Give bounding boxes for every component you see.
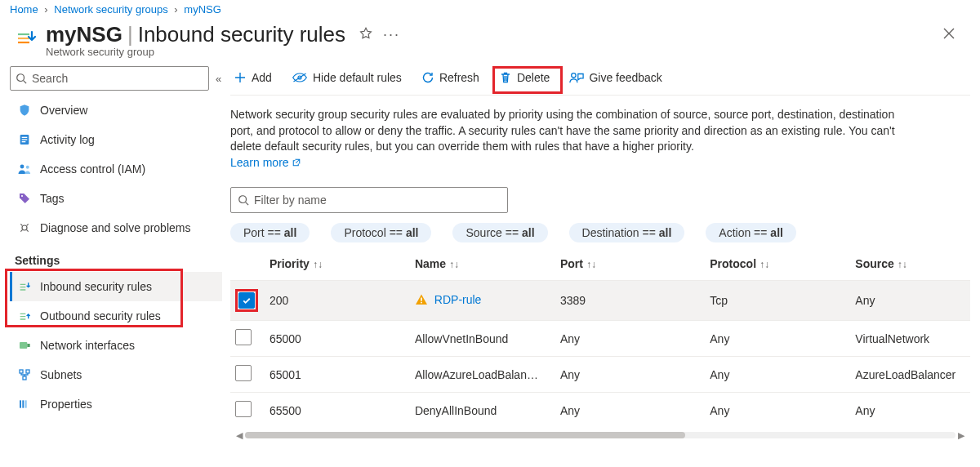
sidebar-item-diagnose[interactable]: Diagnose and solve problems [10,213,222,242]
cell-source: VirtualNetwork [850,321,970,357]
sidebar-item-tags[interactable]: Tags [10,184,222,213]
toolbar: Add Hide default rules Refresh Delete Gi… [230,60,970,96]
sidebar-item-network-interfaces[interactable]: Network interfaces [10,331,222,360]
sidebar-item-overview[interactable]: Overview [10,96,222,125]
cell-priority: 65001 [265,357,410,393]
svg-rect-20 [421,297,422,300]
svg-point-0 [17,74,24,82]
horizontal-scrollbar[interactable]: ◀ ▶ [230,429,970,441]
sidebar-item-subnets[interactable]: Subnets [10,360,222,389]
row-checkbox[interactable] [235,365,252,381]
close-icon[interactable] [942,27,956,43]
iam-icon [17,162,32,176]
filter-pill-port[interactable]: Port == all [230,223,310,242]
breadcrumb-home[interactable]: Home [10,3,38,16]
cell-protocol: Any [705,357,850,393]
svg-point-8 [22,225,27,230]
svg-point-19 [239,196,247,203]
table-row[interactable]: 200 RDP-rule 3389 Tcp Any [230,281,970,321]
resource-type: Network security group [0,46,980,60]
svg-rect-4 [22,141,26,142]
breadcrumb-nsg-list[interactable]: Network security groups [54,3,167,16]
sidebar-item-access-control[interactable]: Access control (IAM) [10,154,222,184]
delete-button[interactable]: Delete [499,71,550,84]
favorite-star-icon[interactable] [359,26,373,43]
diagnose-icon [17,221,32,234]
table-row[interactable]: 65000 AllowVnetInBound Any Any VirtualNe… [230,321,970,357]
filter-pill-source[interactable]: Source == all [452,223,547,242]
col-priority[interactable]: Priority↑↓ [265,249,410,281]
col-port[interactable]: Port↑↓ [555,249,705,281]
filter-pill-protocol[interactable]: Protocol == all [331,223,431,242]
subnets-icon [17,368,32,381]
cell-priority: 65500 [265,393,410,429]
filter-by-name-input[interactable]: Filter by name [230,187,508,213]
sidebar-item-inbound-rules[interactable]: Inbound security rules [10,272,222,301]
chevron-right-icon: › [171,3,180,16]
svg-rect-12 [26,370,29,373]
filter-pills: Port == all Protocol == all Source == al… [230,223,970,249]
scroll-left-icon[interactable]: ◀ [234,430,245,441]
row-checkbox[interactable] [235,401,252,417]
col-protocol[interactable]: Protocol↑↓ [705,249,850,281]
sidebar-section-settings: Settings [10,242,222,272]
inbound-icon [17,280,32,293]
cell-name[interactable]: DenyAllInBound [410,393,555,429]
cell-port: Any [555,321,705,357]
resource-name: myNSG [46,22,122,47]
cell-port: Any [555,393,705,429]
svg-point-6 [26,166,29,169]
cell-protocol: Any [705,321,850,357]
sidebar-search-input[interactable]: Search [10,66,209,91]
properties-icon [17,398,32,411]
svg-rect-3 [22,139,28,140]
svg-point-18 [572,73,576,77]
rules-table: Priority↑↓ Name↑↓ Port↑↓ Protocol↑↓ Sour… [230,249,970,428]
refresh-button[interactable]: Refresh [421,71,479,84]
table-row[interactable]: 65001 AllowAzureLoadBalan… Any Any Azure… [230,357,970,393]
learn-more-link[interactable]: Learn more [230,156,301,169]
cell-source: Any [850,281,970,321]
svg-rect-10 [27,344,29,347]
more-menu-icon[interactable]: ··· [383,26,400,43]
sidebar-item-activity-log[interactable]: Activity log [10,125,222,154]
cell-priority: 200 [265,281,410,321]
svg-point-5 [20,165,24,169]
col-name[interactable]: Name↑↓ [410,249,555,281]
filter-pill-destination[interactable]: Destination == all [569,223,685,242]
cell-protocol: Tcp [705,281,850,321]
svg-rect-16 [25,400,27,407]
cell-name[interactable]: AllowVnetInBound [410,321,555,357]
tutorial-highlight-checkbox [235,289,258,312]
svg-rect-13 [23,376,26,380]
row-checkbox[interactable] [235,329,252,345]
cell-source: AzureLoadBalancer [850,357,970,393]
scroll-thumb[interactable] [245,432,685,438]
sidebar-item-outbound-rules[interactable]: Outbound security rules [10,301,222,331]
outbound-icon [17,309,32,322]
warning-icon [415,293,428,309]
col-source[interactable]: Source↑↓ [850,249,970,281]
sidebar-item-properties[interactable]: Properties [10,389,222,419]
collapse-sidebar-icon[interactable]: « [216,73,221,85]
svg-rect-21 [421,302,422,304]
nic-icon [17,339,32,352]
breadcrumb-current[interactable]: myNSG [184,3,221,16]
cell-protocol: Any [705,393,850,429]
cell-priority: 65000 [265,321,410,357]
tags-icon [17,192,32,205]
cell-name[interactable]: AllowAzureLoadBalan… [410,357,555,393]
table-row[interactable]: 65500 DenyAllInBound Any Any Any [230,393,970,429]
page-title: Inbound security rules [138,22,345,47]
add-button[interactable]: Add [234,71,272,84]
sidebar: Search « Overview Activity log Access co… [0,60,225,453]
scroll-right-icon[interactable]: ▶ [956,430,967,441]
cell-name[interactable]: RDP-rule [410,281,555,321]
log-icon [17,133,32,146]
row-checkbox[interactable] [238,292,255,309]
shield-icon [17,104,32,117]
cell-source: Any [850,393,970,429]
give-feedback-button[interactable]: Give feedback [569,71,662,84]
hide-default-rules-button[interactable]: Hide default rules [292,71,402,84]
filter-pill-action[interactable]: Action == all [706,223,796,242]
